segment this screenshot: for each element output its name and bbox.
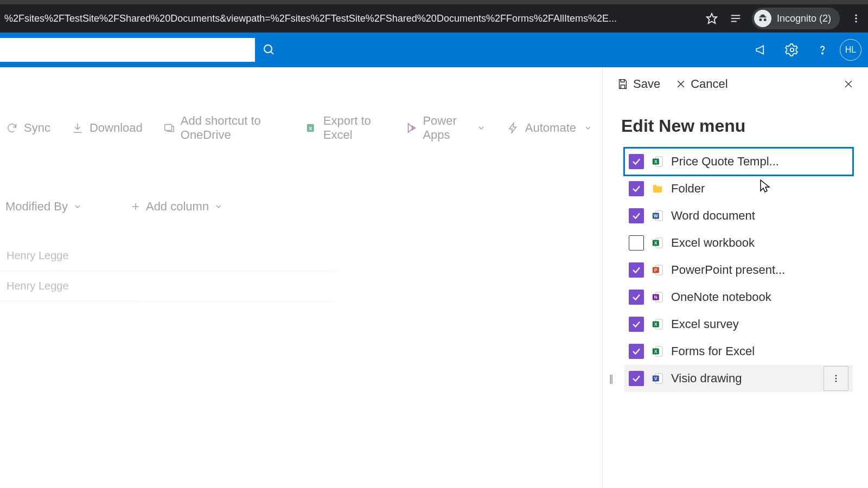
table-row[interactable]: Henry Legge	[0, 241, 602, 271]
incognito-icon	[754, 10, 771, 27]
incognito-indicator[interactable]: Incognito (2)	[752, 8, 840, 29]
edit-new-menu-panel: Save Cancel Edit New menu XPrice Quote T…	[602, 67, 868, 488]
menu-item[interactable]: XPrice Quote Templ...	[624, 148, 853, 175]
gear-icon[interactable]	[779, 37, 805, 63]
menu-item-label: Folder	[671, 182, 848, 196]
powerpoint-icon: P	[652, 264, 663, 276]
checkbox[interactable]	[629, 317, 644, 332]
menu-item[interactable]: WWord document	[624, 202, 853, 229]
download-label: Download	[90, 121, 143, 135]
menu-item[interactable]: PPowerPoint present...	[624, 256, 853, 284]
command-bar: Sync Download Add shortcut to OneDrive X…	[0, 111, 602, 167]
shortcut-icon	[163, 121, 175, 134]
svg-text:V: V	[654, 376, 658, 381]
checkbox[interactable]	[629, 181, 644, 196]
add-column-button[interactable]: Add column	[131, 200, 223, 214]
cancel-button[interactable]: Cancel	[672, 75, 731, 93]
menu-item-label: Excel workbook	[671, 236, 848, 250]
automate-label: Automate	[525, 121, 576, 135]
svg-point-7	[264, 45, 272, 53]
sync-label: Sync	[24, 121, 50, 135]
column-label: Modified By	[5, 200, 68, 214]
megaphone-icon[interactable]	[749, 37, 775, 63]
excel-icon: X	[652, 345, 663, 357]
download-icon	[71, 121, 84, 134]
drag-handle-icon[interactable]: ||	[609, 373, 612, 384]
menu-item-label: PowerPoint present...	[671, 263, 848, 277]
menu-item[interactable]: ||VVisio drawing	[624, 365, 853, 392]
add-column-label: Add column	[146, 200, 209, 214]
menu-item[interactable]: XExcel survey	[624, 311, 853, 338]
svg-text:X: X	[654, 322, 658, 327]
close-panel-button[interactable]	[840, 76, 857, 92]
menu-item-list: XPrice Quote Templ...FolderWWord documen…	[603, 148, 868, 392]
row-divider	[0, 301, 336, 301]
reading-list-icon[interactable]	[728, 11, 743, 26]
browser-menu-icon[interactable]	[848, 11, 864, 26]
checkbox[interactable]	[629, 208, 644, 223]
svg-marker-0	[707, 14, 717, 23]
svg-point-4	[855, 15, 857, 16]
add-shortcut-button[interactable]: Add shortcut to OneDrive	[158, 111, 291, 145]
chevron-down-icon	[73, 202, 82, 211]
svg-text:W: W	[654, 214, 658, 219]
close-icon	[675, 79, 686, 89]
excel-icon: X	[306, 121, 318, 134]
svg-line-8	[271, 52, 273, 54]
panel-title: Edit New menu	[603, 101, 868, 148]
svg-text:X: X	[309, 126, 312, 131]
checkbox[interactable]	[629, 344, 644, 359]
table-row[interactable]: Henry Legge	[0, 271, 602, 301]
menu-item-label: Forms for Excel	[671, 344, 848, 358]
main-content: Sync Download Add shortcut to OneDrive X…	[0, 67, 602, 488]
chevron-down-icon	[214, 202, 223, 211]
close-icon	[843, 79, 854, 89]
svg-text:X: X	[654, 159, 658, 164]
folder-icon	[652, 183, 663, 195]
more-options-button[interactable]	[824, 366, 848, 391]
checkbox[interactable]	[629, 371, 644, 386]
svg-point-6	[855, 21, 857, 22]
save-label: Save	[633, 77, 660, 91]
svg-point-44	[835, 375, 837, 376]
svg-point-5	[855, 17, 857, 19]
menu-item-label: Word document	[671, 209, 848, 223]
menu-item-label: OneNote notebook	[671, 290, 848, 304]
menu-item[interactable]: XExcel workbook	[624, 229, 853, 256]
star-icon[interactable]	[704, 11, 719, 26]
suite-header: HL	[0, 33, 868, 67]
menu-item[interactable]: Folder	[624, 175, 853, 202]
checkbox[interactable]	[629, 262, 644, 278]
svg-point-46	[835, 381, 837, 382]
svg-text:X: X	[654, 349, 658, 354]
column-header-modified-by[interactable]: Modified By	[5, 200, 82, 214]
power-apps-button[interactable]: Power Apps	[400, 111, 491, 145]
svg-text:N: N	[654, 295, 658, 300]
word-icon: W	[652, 210, 663, 222]
excel-icon: X	[652, 237, 663, 249]
automate-icon	[507, 121, 520, 134]
svg-point-45	[835, 378, 837, 380]
browser-url[interactable]: %2Fsites%2FTestSite%2FShared%20Documents…	[4, 13, 695, 24]
visio-icon: V	[652, 373, 663, 384]
browser-tab-strip	[0, 0, 868, 4]
download-button[interactable]: Download	[66, 118, 148, 138]
power-apps-label: Power Apps	[423, 114, 470, 142]
menu-item-label: Excel survey	[671, 317, 848, 331]
checkbox[interactable]	[629, 235, 644, 251]
search-input[interactable]	[0, 38, 255, 62]
menu-item[interactable]: NOneNote notebook	[624, 284, 853, 311]
search-button[interactable]	[255, 38, 283, 62]
svg-rect-11	[165, 125, 172, 131]
save-button[interactable]: Save	[614, 75, 663, 93]
help-icon[interactable]	[809, 37, 835, 63]
svg-text:X: X	[654, 241, 658, 246]
menu-item[interactable]: XForms for Excel	[624, 338, 853, 365]
checkbox[interactable]	[629, 154, 644, 169]
export-excel-button[interactable]: X Export to Excel	[301, 111, 391, 145]
chevron-down-icon	[582, 121, 595, 134]
automate-button[interactable]: Automate	[501, 118, 600, 138]
avatar[interactable]: HL	[840, 39, 861, 61]
sync-button[interactable]: Sync	[0, 118, 56, 138]
checkbox[interactable]	[629, 290, 644, 305]
